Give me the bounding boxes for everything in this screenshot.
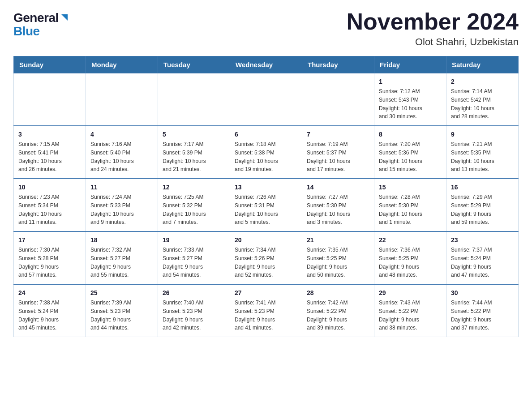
calendar-cell: 7Sunrise: 7:19 AM Sunset: 5:37 PM Daylig… [302, 126, 374, 179]
calendar-cell: 23Sunrise: 7:37 AM Sunset: 5:24 PM Dayli… [446, 231, 519, 284]
day-info: Sunrise: 7:20 AM Sunset: 5:36 PM Dayligh… [379, 141, 422, 172]
calendar-subtitle: Olot Shahri, Uzbekistan [347, 36, 519, 48]
calendar-cell: 5Sunrise: 7:17 AM Sunset: 5:39 PM Daylig… [158, 126, 230, 179]
day-info: Sunrise: 7:21 AM Sunset: 5:35 PM Dayligh… [451, 141, 494, 172]
logo-blue-text: Blue [13, 24, 40, 39]
calendar-header-row: SundayMondayTuesdayWednesdayThursdayFrid… [14, 56, 519, 73]
calendar-cell: 19Sunrise: 7:33 AM Sunset: 5:27 PM Dayli… [158, 231, 230, 284]
calendar-cell: 24Sunrise: 7:38 AM Sunset: 5:24 PM Dayli… [14, 284, 86, 337]
calendar-cell: 13Sunrise: 7:26 AM Sunset: 5:31 PM Dayli… [230, 179, 302, 231]
day-info: Sunrise: 7:33 AM Sunset: 5:27 PM Dayligh… [163, 247, 203, 278]
day-number: 14 [307, 183, 369, 192]
day-number: 12 [163, 183, 225, 192]
weekday-header-monday: Monday [86, 56, 158, 73]
day-info: Sunrise: 7:15 AM Sunset: 5:41 PM Dayligh… [18, 141, 62, 172]
calendar-week-row: 10Sunrise: 7:23 AM Sunset: 5:34 PM Dayli… [14, 179, 519, 231]
day-info: Sunrise: 7:27 AM Sunset: 5:30 PM Dayligh… [307, 194, 350, 225]
day-info: Sunrise: 7:37 AM Sunset: 5:24 PM Dayligh… [451, 247, 492, 278]
calendar-cell: 20Sunrise: 7:34 AM Sunset: 5:26 PM Dayli… [230, 231, 302, 284]
day-info: Sunrise: 7:42 AM Sunset: 5:22 PM Dayligh… [307, 300, 348, 331]
calendar-week-row: 17Sunrise: 7:30 AM Sunset: 5:28 PM Dayli… [14, 231, 519, 284]
day-info: Sunrise: 7:44 AM Sunset: 5:22 PM Dayligh… [451, 300, 492, 331]
weekday-header-saturday: Saturday [446, 56, 519, 73]
calendar-cell [230, 73, 302, 126]
calendar-cell: 6Sunrise: 7:18 AM Sunset: 5:38 PM Daylig… [230, 126, 302, 179]
day-info: Sunrise: 7:14 AM Sunset: 5:42 PM Dayligh… [451, 88, 494, 120]
day-number: 13 [235, 183, 297, 192]
day-info: Sunrise: 7:19 AM Sunset: 5:37 PM Dayligh… [307, 141, 350, 172]
day-info: Sunrise: 7:28 AM Sunset: 5:30 PM Dayligh… [379, 194, 422, 225]
logo-triangle-icon [60, 13, 69, 22]
day-info: Sunrise: 7:36 AM Sunset: 5:25 PM Dayligh… [379, 247, 420, 278]
calendar-cell: 25Sunrise: 7:39 AM Sunset: 5:23 PM Dayli… [86, 284, 158, 337]
day-number: 3 [18, 130, 81, 139]
page-header: General Blue November 2024 Olot Shahri, … [13, 9, 519, 48]
day-number: 8 [379, 130, 442, 139]
day-info: Sunrise: 7:25 AM Sunset: 5:32 PM Dayligh… [163, 194, 206, 225]
calendar-cell: 17Sunrise: 7:30 AM Sunset: 5:28 PM Dayli… [14, 231, 86, 284]
day-info: Sunrise: 7:38 AM Sunset: 5:24 PM Dayligh… [18, 300, 59, 331]
weekday-header-friday: Friday [374, 56, 446, 73]
day-number: 2 [451, 77, 514, 86]
calendar-table: SundayMondayTuesdayWednesdayThursdayFrid… [13, 56, 519, 337]
day-number: 17 [18, 235, 81, 245]
calendar-cell: 22Sunrise: 7:36 AM Sunset: 5:25 PM Dayli… [374, 231, 446, 284]
day-info: Sunrise: 7:34 AM Sunset: 5:26 PM Dayligh… [235, 247, 275, 278]
calendar-cell [158, 73, 230, 126]
day-info: Sunrise: 7:18 AM Sunset: 5:38 PM Dayligh… [235, 141, 278, 172]
day-number: 19 [163, 235, 225, 245]
day-number: 5 [163, 130, 225, 139]
day-info: Sunrise: 7:17 AM Sunset: 5:39 PM Dayligh… [163, 141, 206, 172]
calendar-cell: 12Sunrise: 7:25 AM Sunset: 5:32 PM Dayli… [158, 179, 230, 231]
calendar-cell: 14Sunrise: 7:27 AM Sunset: 5:30 PM Dayli… [302, 179, 374, 231]
day-number: 1 [379, 77, 442, 86]
day-info: Sunrise: 7:41 AM Sunset: 5:23 PM Dayligh… [235, 300, 275, 331]
calendar-week-row: 3Sunrise: 7:15 AM Sunset: 5:41 PM Daylig… [14, 126, 519, 179]
day-number: 9 [451, 130, 514, 139]
calendar-cell: 29Sunrise: 7:43 AM Sunset: 5:22 PM Dayli… [374, 284, 446, 337]
calendar-title: November 2024 [347, 9, 519, 34]
day-info: Sunrise: 7:39 AM Sunset: 5:23 PM Dayligh… [90, 300, 131, 331]
logo-general-text: General [13, 12, 59, 24]
calendar-cell: 18Sunrise: 7:32 AM Sunset: 5:27 PM Dayli… [86, 231, 158, 284]
calendar-cell [86, 73, 158, 126]
calendar-cell: 4Sunrise: 7:16 AM Sunset: 5:40 PM Daylig… [86, 126, 158, 179]
day-number: 21 [307, 235, 369, 245]
calendar-cell: 9Sunrise: 7:21 AM Sunset: 5:35 PM Daylig… [446, 126, 519, 179]
day-info: Sunrise: 7:26 AM Sunset: 5:31 PM Dayligh… [235, 194, 278, 225]
calendar-cell: 2Sunrise: 7:14 AM Sunset: 5:42 PM Daylig… [446, 73, 519, 126]
calendar-cell: 21Sunrise: 7:35 AM Sunset: 5:25 PM Dayli… [302, 231, 374, 284]
day-number: 26 [163, 288, 225, 298]
day-number: 15 [379, 183, 442, 192]
day-number: 22 [379, 235, 442, 245]
calendar-cell [14, 73, 86, 126]
calendar-cell: 28Sunrise: 7:42 AM Sunset: 5:22 PM Dayli… [302, 284, 374, 337]
weekday-header-tuesday: Tuesday [158, 56, 230, 73]
day-info: Sunrise: 7:29 AM Sunset: 5:29 PM Dayligh… [451, 194, 492, 225]
day-number: 24 [18, 288, 81, 298]
calendar-cell: 10Sunrise: 7:23 AM Sunset: 5:34 PM Dayli… [14, 179, 86, 231]
calendar-cell [302, 73, 374, 126]
day-number: 16 [451, 183, 514, 192]
title-block: November 2024 Olot Shahri, Uzbekistan [347, 9, 519, 48]
calendar-cell: 3Sunrise: 7:15 AM Sunset: 5:41 PM Daylig… [14, 126, 86, 179]
calendar-cell: 26Sunrise: 7:40 AM Sunset: 5:23 PM Dayli… [158, 284, 230, 337]
day-number: 29 [379, 288, 442, 298]
day-number: 4 [90, 130, 153, 139]
logo: General Blue [13, 9, 69, 39]
weekday-header-thursday: Thursday [302, 56, 374, 73]
day-number: 11 [90, 183, 153, 192]
day-number: 10 [18, 183, 81, 192]
day-number: 28 [307, 288, 369, 298]
day-number: 18 [90, 235, 153, 245]
day-info: Sunrise: 7:24 AM Sunset: 5:33 PM Dayligh… [90, 194, 134, 225]
day-info: Sunrise: 7:40 AM Sunset: 5:23 PM Dayligh… [163, 300, 203, 331]
day-number: 7 [307, 130, 369, 139]
day-number: 23 [451, 235, 514, 245]
day-info: Sunrise: 7:12 AM Sunset: 5:43 PM Dayligh… [379, 88, 422, 120]
calendar-cell: 1Sunrise: 7:12 AM Sunset: 5:43 PM Daylig… [374, 73, 446, 126]
day-info: Sunrise: 7:16 AM Sunset: 5:40 PM Dayligh… [90, 141, 134, 172]
day-info: Sunrise: 7:35 AM Sunset: 5:25 PM Dayligh… [307, 247, 348, 278]
calendar-cell: 27Sunrise: 7:41 AM Sunset: 5:23 PM Dayli… [230, 284, 302, 337]
day-number: 25 [90, 288, 153, 298]
